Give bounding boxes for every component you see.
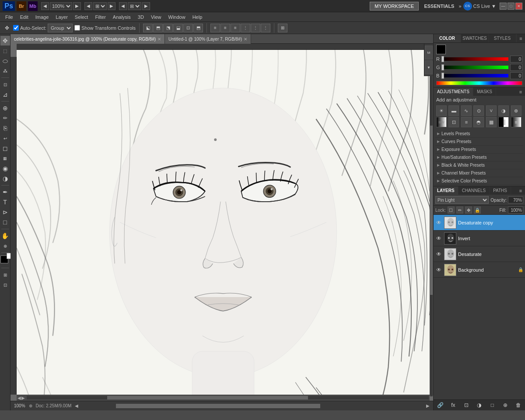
adj-threshold-btn[interactable]: ▐ (498, 117, 509, 127)
g-value[interactable]: 0 (510, 64, 522, 71)
b-slider-track[interactable] (441, 74, 508, 77)
adj-preset-black-&-white-presets[interactable]: ▶Black & White Presets (435, 161, 523, 169)
status-scrollbar[interactable] (82, 404, 423, 408)
eyedrop-tool-btn[interactable]: ⊿ (0, 90, 10, 99)
hand-tool-btn[interactable]: ✋ (0, 231, 10, 241)
align-top-btn[interactable]: ⬒ (153, 24, 163, 32)
tab-paths[interactable]: PATHS (490, 186, 511, 195)
scroll-left-btn[interactable]: ◀ (18, 396, 21, 400)
dodge-tool-btn[interactable]: ◑ (0, 174, 10, 183)
brush-tool-btn[interactable]: ✏ (0, 113, 10, 123)
adj-curves-btn[interactable]: ∿ (461, 105, 472, 116)
pen-tool-btn[interactable]: ✒ (0, 187, 10, 197)
r-slider-thumb[interactable] (441, 56, 444, 62)
scroll-pos-right[interactable]: ▶ (426, 403, 430, 408)
zoom-fwd-btn[interactable]: ▶ (73, 2, 81, 10)
adj-bw-btn[interactable]: BW (436, 117, 447, 127)
layer-vis-desaturate-copy[interactable]: 👁 (435, 219, 442, 226)
g-slider-track[interactable] (441, 66, 508, 69)
align-top-right-btn[interactable]: ⬔ (163, 24, 173, 32)
menu-item-filter[interactable]: Filter (91, 14, 109, 21)
fill-input[interactable] (508, 206, 523, 214)
tab-styles[interactable]: STYLES (489, 34, 516, 42)
tab-layers[interactable]: LAYERS (434, 186, 458, 195)
layer-mask-btn[interactable]: ⊡ (462, 401, 470, 409)
minimize-btn[interactable]: — (500, 3, 507, 10)
tab-channels[interactable]: CHANNELS (458, 186, 490, 195)
type-tool-btn[interactable]: T (0, 197, 10, 207)
view-back-btn[interactable]: ◀ (84, 2, 92, 10)
scroll-right-btn[interactable]: ▶ (21, 396, 25, 400)
adj-preset-channel-mixer-presets[interactable]: ▶Channel Mixer Presets (435, 169, 523, 177)
adj-brightness-btn[interactable]: ☀ (436, 105, 447, 116)
layer-item-desaturate-copy[interactable]: 👁 Desaturate copy (434, 215, 525, 231)
r-slider-track[interactable] (441, 57, 508, 61)
quick-mask-btn[interactable]: ⊞ (0, 270, 10, 280)
opacity-input[interactable] (508, 196, 523, 203)
gradient-tool-btn[interactable]: ▦ (0, 154, 10, 163)
adj-preset-selective-color-presets[interactable]: ▶Selective Color Presets (435, 177, 523, 185)
dist-h-btn[interactable]: ⋮ (251, 24, 260, 32)
adj-exposure-btn[interactable]: ⊙ (473, 105, 484, 116)
vertical-scrollbar[interactable] (430, 57, 433, 396)
scroll-thumb-h[interactable] (107, 396, 308, 399)
extra-fwd-btn[interactable]: ▶ (142, 2, 150, 10)
tab-untitled-close[interactable]: ✕ (244, 37, 247, 42)
layer-vis-desaturate[interactable]: 👁 (435, 251, 442, 258)
restore-btn[interactable]: □ (508, 3, 514, 10)
adj-channelmix-btn[interactable]: ≡ (461, 117, 472, 127)
align-top-left-btn[interactable]: ⬕ (143, 24, 153, 32)
sec-tool-2[interactable]: ▼ (425, 60, 433, 74)
extra-back-btn[interactable]: ◀ (119, 2, 127, 10)
adj-colorbalance-btn[interactable]: ⊕ (511, 105, 522, 116)
magic-wand-btn[interactable]: ⁂ (0, 66, 10, 76)
tab-masks[interactable]: MASKS (473, 88, 496, 96)
lasso-tool-btn[interactable]: ⬭ (0, 56, 10, 66)
panel-menu-btn[interactable]: ≡ (516, 34, 525, 42)
layer-vis-invert[interactable]: 👁 (435, 235, 442, 242)
layer-vis-background[interactable]: 👁 (435, 266, 442, 273)
eraser-tool-btn[interactable]: ◻ (0, 144, 10, 153)
br-logo[interactable]: Br (17, 1, 26, 11)
tab-angelina[interactable]: celebrities-angelina-jolie-306316.jpg @ … (10, 34, 165, 44)
layers-menu-btn[interactable]: ≡ (516, 186, 525, 195)
adj-gradient-btn[interactable]: ≡ (511, 117, 522, 127)
layer-adj-btn[interactable]: ◑ (475, 401, 483, 409)
zoom-tool-btn[interactable]: ⊕ (0, 241, 10, 251)
dist-left-btn[interactable]: ⋮ (241, 24, 250, 32)
status-scroll-thumb[interactable] (116, 404, 320, 408)
menu-item-edit[interactable]: Edit (17, 14, 32, 21)
menu-item-file[interactable]: File (2, 14, 17, 21)
clone-tool-btn[interactable]: ⎘ (0, 123, 10, 133)
dist-right-btn[interactable]: ⋮ (261, 24, 270, 32)
color-spectrum-bar[interactable] (436, 81, 522, 85)
color-swatch[interactable] (436, 45, 446, 54)
adj-photofilter-btn[interactable]: ⊡ (448, 117, 459, 127)
mb-logo[interactable]: Mb (28, 1, 38, 11)
tab-untitled[interactable]: Untitled-1 @ 100% (Layer 7, RGB/8#) ✕ (165, 34, 251, 44)
heal-tool-btn[interactable]: ⊕ (0, 103, 10, 113)
auto-select-dropdown[interactable]: Group Layer (48, 24, 73, 32)
expand-workspace-btn[interactable]: » (457, 4, 463, 9)
tab-adjustments[interactable]: ADJUSTMENTS (434, 88, 473, 96)
dist-top-btn[interactable]: ≡ (210, 24, 220, 32)
align-left-btn[interactable]: ⬓ (173, 24, 183, 32)
extra-select[interactable]: ⊞ (128, 2, 141, 10)
lock-check-btn[interactable]: ☐ (448, 206, 455, 214)
layer-item-background[interactable]: 👁 Background 🔒 (434, 262, 525, 278)
status-zoom-icon[interactable]: ⊕ (29, 403, 32, 408)
adj-levels-btn[interactable]: ▬ (448, 105, 459, 116)
path-tool-btn[interactable]: ⊳ (0, 207, 10, 217)
adj-vibrance-btn[interactable]: V (486, 105, 497, 116)
r-value[interactable]: 0 (510, 56, 522, 63)
scroll-pos-left[interactable]: ◀ (75, 403, 78, 408)
lock-all-btn[interactable]: 🔒 (474, 206, 481, 214)
layer-delete-btn[interactable]: 🗑 (514, 401, 522, 409)
lock-brush-btn[interactable]: ✏ (456, 206, 463, 214)
adj-preset-hue/saturation-presets[interactable]: ▶Hue/Saturation Presets (435, 154, 523, 161)
cs-live-dropdown[interactable]: ▼ (491, 4, 496, 9)
move-tool-btn[interactable]: ✥ (0, 36, 10, 46)
layer-item-invert[interactable]: 👁 Invert (434, 231, 525, 246)
menu-item-window[interactable]: Window (165, 14, 189, 21)
zoom-select[interactable]: 100% 75% 50% 200% (50, 2, 72, 10)
